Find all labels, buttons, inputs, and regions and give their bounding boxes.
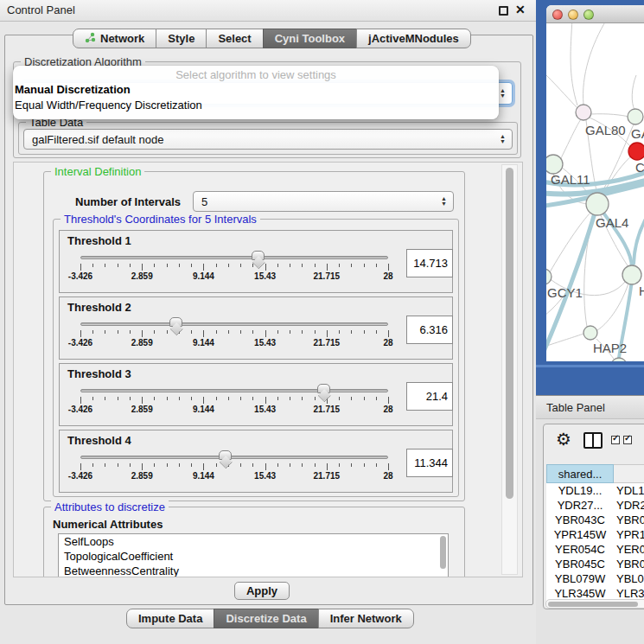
network-canvas[interactable]: GAL80GACGAL11GAL4GCY1HHAP2 <box>546 23 644 361</box>
network-node[interactable] <box>576 105 591 120</box>
cell-name[interactable]: YBL0 <box>616 571 644 586</box>
cell-shared-name[interactable]: YDL19... <box>546 483 614 498</box>
table-hscrollbar-track[interactable] <box>545 599 644 609</box>
settings-scrollbar-track[interactable] <box>501 164 518 575</box>
slider-track[interactable] <box>80 456 388 459</box>
tab-style[interactable]: Style <box>156 29 207 48</box>
zoom-traffic-light-icon[interactable] <box>583 10 594 20</box>
cell-name[interactable]: YDL1 <box>616 483 644 498</box>
slider-tick <box>302 397 303 400</box>
tab-select[interactable]: Select <box>206 29 263 48</box>
apply-button[interactable]: Apply <box>234 582 290 600</box>
slider-tick <box>92 264 93 267</box>
network-node-label: GAL11 <box>551 172 590 187</box>
cell-shared-name[interactable]: YBR043C <box>546 513 614 527</box>
table-row[interactable]: YBR045CYBR0 <box>546 557 644 571</box>
slider-tick <box>315 330 316 334</box>
number-of-intervals-combobox[interactable]: 5 ▲▼ <box>193 191 454 212</box>
tab-label: Cyni Toolbox <box>275 32 345 45</box>
cell-name[interactable]: YBR0 <box>616 557 644 571</box>
settings-scrollbar-thumb[interactable] <box>506 168 513 499</box>
slider-tick <box>92 330 93 334</box>
table-row[interactable]: YBR043CYBR0 <box>546 513 644 527</box>
slider-tick-label: 28 <box>383 338 392 348</box>
column-header-name[interactable]: n <box>614 464 644 483</box>
table-row[interactable]: YBL079WYBL0 <box>546 571 644 586</box>
table-row[interactable]: YER054CYER0 <box>546 542 644 557</box>
table-row[interactable]: YDR27...YDR2 <box>546 498 644 513</box>
list-item[interactable]: TopologicalCoefficient <box>59 549 448 564</box>
tab-discretize-data[interactable]: Discretize Data <box>214 609 318 628</box>
checkbox-checked-icon[interactable] <box>623 436 632 444</box>
numerical-attributes-list[interactable]: SelfLoopsTopologicalCoefficientBetweenne… <box>58 533 449 577</box>
list-item[interactable]: SelfLoops <box>59 534 448 549</box>
cell-shared-name[interactable]: YPR145W <box>546 527 614 542</box>
gear-icon[interactable]: ⚙ <box>556 429 571 450</box>
slider-track[interactable] <box>80 389 388 392</box>
threshold-value-field[interactable]: 14.713 <box>406 249 453 277</box>
network-node[interactable] <box>628 109 643 124</box>
tab-impute-data[interactable]: Impute Data <box>126 609 214 628</box>
slider-tick-label: 9.144 <box>193 271 214 281</box>
slider-thumb[interactable] <box>252 251 265 260</box>
threshold-value-field[interactable]: 6.316 <box>406 316 453 344</box>
table-row[interactable]: YDL19...YDL1 <box>546 483 644 498</box>
network-node[interactable] <box>622 265 641 284</box>
minimize-traffic-light-icon[interactable] <box>568 10 578 20</box>
dropdown-hint-item[interactable]: Select algorithm to view settings <box>13 66 499 82</box>
cell-name[interactable]: YBR0 <box>616 513 644 527</box>
dropdown-item-manual-discretization[interactable]: Manual Discretization <box>13 82 499 98</box>
slider-tick <box>179 264 180 267</box>
close-icon[interactable]: ✕ <box>515 3 526 16</box>
table-data-combobox[interactable]: galFiltered.sif default node ▲▼ <box>23 129 513 150</box>
slider-tick <box>179 397 180 400</box>
tab-infer-network[interactable]: Infer Network <box>318 609 414 628</box>
slider-track[interactable] <box>80 322 388 326</box>
settings-scroll-panel: Interval Definition Number of Intervals … <box>13 162 523 577</box>
slider-tick <box>216 397 217 400</box>
column-header-shared-name[interactable]: shared... <box>546 464 614 483</box>
tab-cyni-toolbox[interactable]: Cyni Toolbox <box>263 29 357 48</box>
slider-thumb[interactable] <box>219 450 232 460</box>
float-window-icon[interactable] <box>499 6 508 16</box>
slider-tick <box>315 463 316 467</box>
slider-tick <box>327 463 328 470</box>
slider-tick <box>327 264 328 271</box>
slider-thumb[interactable] <box>169 317 182 327</box>
cell-shared-name[interactable]: YER054C <box>546 542 614 557</box>
threshold-value-field[interactable]: 11.344 <box>406 449 453 477</box>
threshold-value-field[interactable]: 21.4 <box>406 382 453 411</box>
network-node[interactable] <box>628 143 644 160</box>
list-scrollbar-thumb[interactable] <box>440 536 446 569</box>
columns-icon[interactable] <box>583 432 603 449</box>
cell-shared-name[interactable]: YDR27... <box>546 498 614 513</box>
checkbox-checked-icon[interactable] <box>611 436 620 444</box>
slider-track[interactable] <box>80 256 388 259</box>
slider-tick <box>167 330 168 334</box>
network-node[interactable] <box>546 155 563 174</box>
slider-thumb[interactable] <box>317 384 330 393</box>
slider-tick <box>351 264 352 267</box>
tab-network[interactable]: Network <box>73 29 156 48</box>
tab-label: Style <box>168 32 194 45</box>
list-item[interactable]: BetweennessCentrality <box>59 564 448 577</box>
table-row[interactable]: YPR145WYPR1 <box>546 527 644 542</box>
cell-shared-name[interactable]: YBR045C <box>546 557 614 571</box>
table-hscrollbar-thumb[interactable] <box>548 602 638 607</box>
screen: Control Panel ✕ NetworkStyleSelectCyni T… <box>0 0 644 644</box>
cell-shared-name[interactable]: YBL079W <box>546 571 614 586</box>
cell-name[interactable]: YPR1 <box>616 527 644 542</box>
threshold-panel-4: Threshold 4-3.4262.8599.14415.4321.71528… <box>59 430 453 493</box>
network-node[interactable] <box>586 193 609 215</box>
slider-tick <box>277 463 278 467</box>
network-node[interactable] <box>583 326 597 340</box>
slider-tick <box>351 330 352 334</box>
tab-jactivemnodules[interactable]: jActiveMNodules <box>356 29 471 48</box>
threshold-label: Threshold 3 <box>67 367 131 380</box>
close-traffic-light-icon[interactable] <box>552 10 563 20</box>
table-rows[interactable]: YDL19...YDL1YDR27...YDR2YBR043CYBR0YPR14… <box>546 483 644 601</box>
dropdown-item-equal-width[interactable]: Equal Width/Frequency Discretization <box>13 98 499 113</box>
slider-tick <box>118 397 118 400</box>
cell-name[interactable]: YDR2 <box>616 498 644 513</box>
cell-name[interactable]: YER0 <box>616 542 644 557</box>
